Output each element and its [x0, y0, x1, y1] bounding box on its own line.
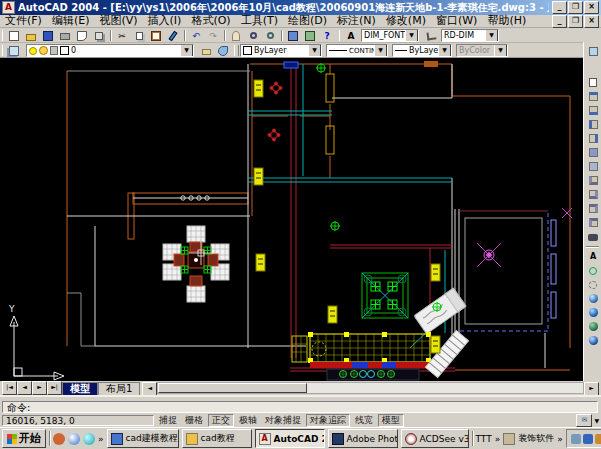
- task-autocad[interactable]: A AutoCAD 200..: [255, 429, 325, 448]
- linetype-combo[interactable]: CONTINUOUS ▼: [326, 44, 388, 57]
- back-view-icon[interactable]: [585, 160, 601, 173]
- communication-center-icon[interactable]: ✉: [576, 414, 592, 427]
- scroll-right-icon[interactable]: ►: [584, 382, 599, 396]
- chevron-down-icon[interactable]: ▼: [308, 44, 321, 57]
- scrollbar-thumb[interactable]: [158, 383, 307, 393]
- tab-layout1[interactable]: 布局1: [98, 382, 140, 395]
- scroll-left-icon[interactable]: ◄: [142, 382, 157, 396]
- tab-next-button[interactable]: ►: [32, 381, 47, 395]
- menu-window[interactable]: 窗口(W): [431, 15, 482, 27]
- task-adobe-photoshop[interactable]: Adobe Photo...: [328, 429, 398, 448]
- dim-edit-icon[interactable]: [585, 45, 601, 58]
- 3d-orbit-icon[interactable]: [585, 264, 601, 277]
- quick-launch-icon-2[interactable]: [68, 433, 80, 445]
- polar-toggle[interactable]: 极轴: [236, 415, 260, 426]
- layer-previous-button[interactable]: [215, 44, 231, 57]
- match-properties-button[interactable]: [165, 29, 181, 42]
- doc-close-button[interactable]: ×: [584, 15, 599, 28]
- help-icon[interactable]: ?: [319, 29, 335, 42]
- tab-model[interactable]: 模型: [62, 382, 98, 395]
- redo-button[interactable]: ↷: [205, 29, 221, 42]
- gouraud-shade-icon[interactable]: [585, 334, 601, 347]
- tray-icon-1[interactable]: [571, 434, 581, 444]
- sw-isometric-icon[interactable]: [585, 174, 601, 187]
- close-button[interactable]: ×: [584, 1, 599, 14]
- bottom-view-icon[interactable]: [585, 104, 601, 117]
- ttt-chevron-icon[interactable]: »: [495, 434, 501, 444]
- designcenter-button[interactable]: [302, 29, 318, 42]
- paste-button[interactable]: [148, 29, 164, 42]
- layer-unlock-icon[interactable]: [50, 46, 58, 55]
- start-button[interactable]: 开始: [2, 429, 46, 448]
- quick-launch-icon-1[interactable]: [53, 433, 65, 445]
- grid-toggle[interactable]: 栅格: [182, 415, 206, 426]
- menu-draw[interactable]: 绘图(D): [283, 15, 332, 27]
- menu-format[interactable]: 格式(O): [186, 15, 235, 27]
- 3d-pan-icon[interactable]: [585, 278, 601, 291]
- named-ucs-icon[interactable]: A: [585, 250, 601, 263]
- decor-chevron-icon[interactable]: »: [557, 434, 563, 444]
- plot-button[interactable]: [57, 29, 73, 42]
- menu-view[interactable]: 视图(V): [94, 15, 142, 27]
- otrack-toggle[interactable]: 对象追踪: [306, 414, 350, 427]
- tab-first-button[interactable]: |◄: [2, 381, 17, 395]
- tab-prev-button[interactable]: ◄: [17, 381, 32, 395]
- taskbar-toolbar-ttt[interactable]: TTT: [476, 434, 492, 444]
- menu-insert[interactable]: 插入(I): [143, 15, 187, 27]
- command-input[interactable]: 命令:: [2, 401, 598, 413]
- chevron-down-icon[interactable]: ▼: [374, 44, 387, 57]
- restore-button[interactable]: ❐: [568, 1, 583, 14]
- properties-button[interactable]: [285, 29, 301, 42]
- doc-restore-button[interactable]: ❐: [568, 15, 583, 28]
- snap-toggle[interactable]: 捕捉: [156, 415, 180, 426]
- zoom-realtime-icon[interactable]: [245, 29, 261, 42]
- chevron-down-icon[interactable]: ▼: [485, 29, 498, 42]
- nw-isometric-icon[interactable]: [585, 216, 601, 229]
- tray-icon-2[interactable]: [583, 434, 593, 444]
- status-menu-arrow-icon[interactable]: ▼: [594, 417, 599, 424]
- zoom-window-icon[interactable]: [262, 29, 278, 42]
- cut-icon[interactable]: ✂: [114, 29, 130, 42]
- undo-button[interactable]: ↶: [188, 29, 204, 42]
- taskbar-toolbar-decor[interactable]: 装饰软件: [518, 432, 554, 445]
- lineweight-toggle[interactable]: 线宽: [352, 415, 376, 426]
- front-view-icon[interactable]: [585, 146, 601, 159]
- right-view-icon[interactable]: [585, 132, 601, 145]
- layer-on-bulb-icon[interactable]: [29, 47, 37, 55]
- menu-edit[interactable]: 编辑(E): [47, 15, 95, 27]
- named-views-icon[interactable]: [585, 76, 601, 89]
- text-style-icon[interactable]: A: [343, 29, 359, 42]
- wireframe-shade-icon[interactable]: [585, 292, 601, 305]
- chevron-down-icon[interactable]: ▼: [438, 44, 451, 57]
- top-view-icon[interactable]: [585, 90, 601, 103]
- lineweight-combo[interactable]: ByLayer ▼: [392, 44, 452, 57]
- menu-tools[interactable]: 工具(T): [236, 15, 283, 27]
- doc-minimize-button[interactable]: _: [552, 15, 567, 28]
- plot-preview-button[interactable]: [74, 29, 90, 42]
- task-acdsee[interactable]: ACDSee v3.1...: [401, 429, 469, 448]
- task-cad-modeling-tutorial[interactable]: cad建模教程..: [107, 429, 179, 448]
- layer-combo[interactable]: 0 ▼: [26, 44, 194, 57]
- model-space-toggle[interactable]: 模型: [378, 414, 404, 427]
- make-object-layer-current-button[interactable]: [198, 44, 214, 57]
- layer-manager-button[interactable]: [6, 44, 22, 57]
- task-cad-tutorial-folder[interactable]: cad教程: [182, 429, 252, 448]
- left-view-icon[interactable]: [585, 118, 601, 131]
- layer-thaw-sun-icon[interactable]: [39, 46, 48, 55]
- copy-button[interactable]: [131, 29, 147, 42]
- text-style-combo[interactable]: DIM_FONT ▼: [361, 29, 419, 42]
- horizontal-scrollbar[interactable]: ◄ ►: [142, 382, 599, 394]
- dim-style-combo[interactable]: RD-DIM ▼: [441, 29, 499, 42]
- new-button[interactable]: [6, 29, 22, 42]
- hidden-shade-icon[interactable]: [585, 306, 601, 319]
- menu-modify[interactable]: 修改(M): [381, 15, 431, 27]
- tab-last-button[interactable]: ►|: [47, 381, 62, 395]
- quick-launch-chevron-icon[interactable]: »: [98, 434, 104, 444]
- menu-dimension[interactable]: 标注(N): [332, 15, 381, 27]
- se-isometric-icon[interactable]: [585, 188, 601, 201]
- menu-help[interactable]: 帮助(H): [482, 15, 531, 27]
- chevron-down-icon[interactable]: ▼: [405, 29, 418, 42]
- ortho-toggle[interactable]: 正交: [208, 414, 234, 427]
- publish-button[interactable]: [91, 29, 107, 42]
- chevron-down-icon[interactable]: ▼: [180, 44, 193, 57]
